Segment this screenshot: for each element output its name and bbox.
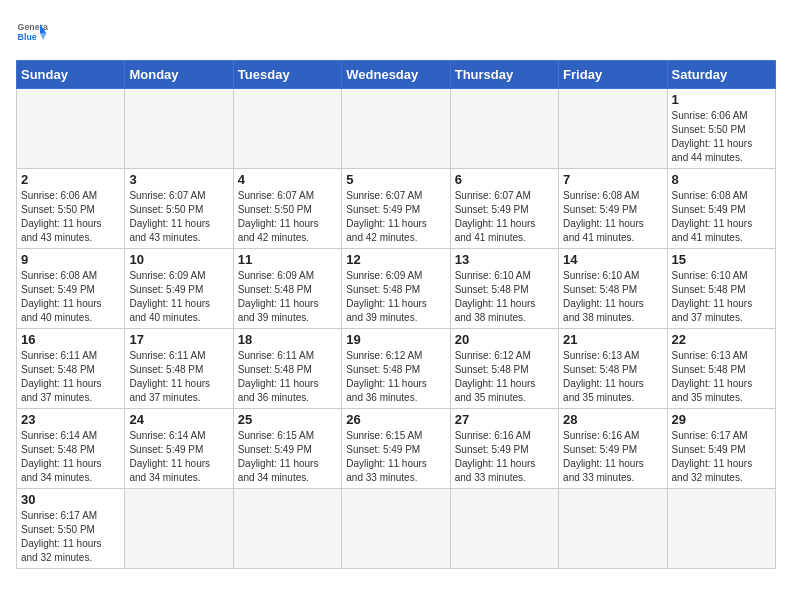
svg-marker-3: [40, 34, 46, 40]
calendar-cell: 20Sunrise: 6:12 AM Sunset: 5:48 PM Dayli…: [450, 329, 558, 409]
calendar-week-row: 1Sunrise: 6:06 AM Sunset: 5:50 PM Daylig…: [17, 89, 776, 169]
day-info: Sunrise: 6:17 AM Sunset: 5:49 PM Dayligh…: [672, 429, 771, 485]
calendar-cell: [667, 489, 775, 569]
day-info: Sunrise: 6:11 AM Sunset: 5:48 PM Dayligh…: [238, 349, 337, 405]
day-info: Sunrise: 6:15 AM Sunset: 5:49 PM Dayligh…: [238, 429, 337, 485]
day-info: Sunrise: 6:11 AM Sunset: 5:48 PM Dayligh…: [21, 349, 120, 405]
calendar-cell: [450, 489, 558, 569]
calendar-cell: [559, 89, 667, 169]
day-number: 9: [21, 252, 120, 267]
calendar-cell: 4Sunrise: 6:07 AM Sunset: 5:50 PM Daylig…: [233, 169, 341, 249]
calendar-cell: 14Sunrise: 6:10 AM Sunset: 5:48 PM Dayli…: [559, 249, 667, 329]
calendar-cell: 8Sunrise: 6:08 AM Sunset: 5:49 PM Daylig…: [667, 169, 775, 249]
calendar-cell: 7Sunrise: 6:08 AM Sunset: 5:49 PM Daylig…: [559, 169, 667, 249]
calendar-week-row: 2Sunrise: 6:06 AM Sunset: 5:50 PM Daylig…: [17, 169, 776, 249]
weekday-header-row: SundayMondayTuesdayWednesdayThursdayFrid…: [17, 61, 776, 89]
calendar-cell: 13Sunrise: 6:10 AM Sunset: 5:48 PM Dayli…: [450, 249, 558, 329]
day-info: Sunrise: 6:07 AM Sunset: 5:49 PM Dayligh…: [346, 189, 445, 245]
day-number: 17: [129, 332, 228, 347]
calendar-cell: 27Sunrise: 6:16 AM Sunset: 5:49 PM Dayli…: [450, 409, 558, 489]
day-info: Sunrise: 6:08 AM Sunset: 5:49 PM Dayligh…: [563, 189, 662, 245]
day-number: 12: [346, 252, 445, 267]
day-number: 2: [21, 172, 120, 187]
calendar-cell: 17Sunrise: 6:11 AM Sunset: 5:48 PM Dayli…: [125, 329, 233, 409]
day-number: 15: [672, 252, 771, 267]
calendar-cell: 15Sunrise: 6:10 AM Sunset: 5:48 PM Dayli…: [667, 249, 775, 329]
calendar-cell: [342, 489, 450, 569]
calendar-cell: 9Sunrise: 6:08 AM Sunset: 5:49 PM Daylig…: [17, 249, 125, 329]
calendar-cell: 3Sunrise: 6:07 AM Sunset: 5:50 PM Daylig…: [125, 169, 233, 249]
weekday-header-sunday: Sunday: [17, 61, 125, 89]
calendar-cell: 21Sunrise: 6:13 AM Sunset: 5:48 PM Dayli…: [559, 329, 667, 409]
day-info: Sunrise: 6:09 AM Sunset: 5:49 PM Dayligh…: [129, 269, 228, 325]
day-number: 5: [346, 172, 445, 187]
day-number: 18: [238, 332, 337, 347]
calendar-week-row: 23Sunrise: 6:14 AM Sunset: 5:48 PM Dayli…: [17, 409, 776, 489]
calendar-cell: 25Sunrise: 6:15 AM Sunset: 5:49 PM Dayli…: [233, 409, 341, 489]
day-info: Sunrise: 6:10 AM Sunset: 5:48 PM Dayligh…: [672, 269, 771, 325]
calendar-cell: 30Sunrise: 6:17 AM Sunset: 5:50 PM Dayli…: [17, 489, 125, 569]
calendar-cell: [233, 89, 341, 169]
day-number: 10: [129, 252, 228, 267]
calendar-cell: 1Sunrise: 6:06 AM Sunset: 5:50 PM Daylig…: [667, 89, 775, 169]
day-number: 6: [455, 172, 554, 187]
weekday-header-saturday: Saturday: [667, 61, 775, 89]
day-info: Sunrise: 6:09 AM Sunset: 5:48 PM Dayligh…: [238, 269, 337, 325]
calendar-cell: 24Sunrise: 6:14 AM Sunset: 5:49 PM Dayli…: [125, 409, 233, 489]
day-info: Sunrise: 6:10 AM Sunset: 5:48 PM Dayligh…: [455, 269, 554, 325]
calendar-cell: [125, 489, 233, 569]
day-number: 3: [129, 172, 228, 187]
day-number: 14: [563, 252, 662, 267]
calendar-week-row: 16Sunrise: 6:11 AM Sunset: 5:48 PM Dayli…: [17, 329, 776, 409]
calendar-cell: [559, 489, 667, 569]
day-info: Sunrise: 6:06 AM Sunset: 5:50 PM Dayligh…: [672, 109, 771, 165]
day-info: Sunrise: 6:15 AM Sunset: 5:49 PM Dayligh…: [346, 429, 445, 485]
weekday-header-thursday: Thursday: [450, 61, 558, 89]
calendar-week-row: 9Sunrise: 6:08 AM Sunset: 5:49 PM Daylig…: [17, 249, 776, 329]
calendar-cell: [342, 89, 450, 169]
calendar-cell: 12Sunrise: 6:09 AM Sunset: 5:48 PM Dayli…: [342, 249, 450, 329]
day-number: 22: [672, 332, 771, 347]
day-info: Sunrise: 6:08 AM Sunset: 5:49 PM Dayligh…: [21, 269, 120, 325]
calendar-cell: 29Sunrise: 6:17 AM Sunset: 5:49 PM Dayli…: [667, 409, 775, 489]
day-info: Sunrise: 6:06 AM Sunset: 5:50 PM Dayligh…: [21, 189, 120, 245]
day-info: Sunrise: 6:07 AM Sunset: 5:50 PM Dayligh…: [129, 189, 228, 245]
day-number: 25: [238, 412, 337, 427]
weekday-header-friday: Friday: [559, 61, 667, 89]
calendar-cell: 11Sunrise: 6:09 AM Sunset: 5:48 PM Dayli…: [233, 249, 341, 329]
calendar-cell: 22Sunrise: 6:13 AM Sunset: 5:48 PM Dayli…: [667, 329, 775, 409]
calendar-cell: [17, 89, 125, 169]
day-number: 13: [455, 252, 554, 267]
calendar-cell: [233, 489, 341, 569]
day-number: 8: [672, 172, 771, 187]
calendar-cell: 23Sunrise: 6:14 AM Sunset: 5:48 PM Dayli…: [17, 409, 125, 489]
day-info: Sunrise: 6:11 AM Sunset: 5:48 PM Dayligh…: [129, 349, 228, 405]
day-info: Sunrise: 6:14 AM Sunset: 5:48 PM Dayligh…: [21, 429, 120, 485]
day-info: Sunrise: 6:14 AM Sunset: 5:49 PM Dayligh…: [129, 429, 228, 485]
day-info: Sunrise: 6:12 AM Sunset: 5:48 PM Dayligh…: [346, 349, 445, 405]
calendar-cell: 10Sunrise: 6:09 AM Sunset: 5:49 PM Dayli…: [125, 249, 233, 329]
calendar-cell: 26Sunrise: 6:15 AM Sunset: 5:49 PM Dayli…: [342, 409, 450, 489]
svg-text:Blue: Blue: [18, 32, 37, 42]
day-info: Sunrise: 6:13 AM Sunset: 5:48 PM Dayligh…: [563, 349, 662, 405]
day-number: 30: [21, 492, 120, 507]
calendar-cell: 19Sunrise: 6:12 AM Sunset: 5:48 PM Dayli…: [342, 329, 450, 409]
calendar-cell: 18Sunrise: 6:11 AM Sunset: 5:48 PM Dayli…: [233, 329, 341, 409]
day-info: Sunrise: 6:07 AM Sunset: 5:50 PM Dayligh…: [238, 189, 337, 245]
day-number: 19: [346, 332, 445, 347]
day-number: 28: [563, 412, 662, 427]
day-number: 26: [346, 412, 445, 427]
day-number: 24: [129, 412, 228, 427]
day-number: 11: [238, 252, 337, 267]
day-info: Sunrise: 6:17 AM Sunset: 5:50 PM Dayligh…: [21, 509, 120, 565]
day-info: Sunrise: 6:10 AM Sunset: 5:48 PM Dayligh…: [563, 269, 662, 325]
weekday-header-monday: Monday: [125, 61, 233, 89]
calendar-cell: 16Sunrise: 6:11 AM Sunset: 5:48 PM Dayli…: [17, 329, 125, 409]
day-info: Sunrise: 6:12 AM Sunset: 5:48 PM Dayligh…: [455, 349, 554, 405]
calendar-cell: 2Sunrise: 6:06 AM Sunset: 5:50 PM Daylig…: [17, 169, 125, 249]
calendar-cell: [450, 89, 558, 169]
day-number: 16: [21, 332, 120, 347]
day-number: 7: [563, 172, 662, 187]
header: General Blue: [16, 16, 776, 48]
logo-icon: General Blue: [16, 16, 48, 48]
